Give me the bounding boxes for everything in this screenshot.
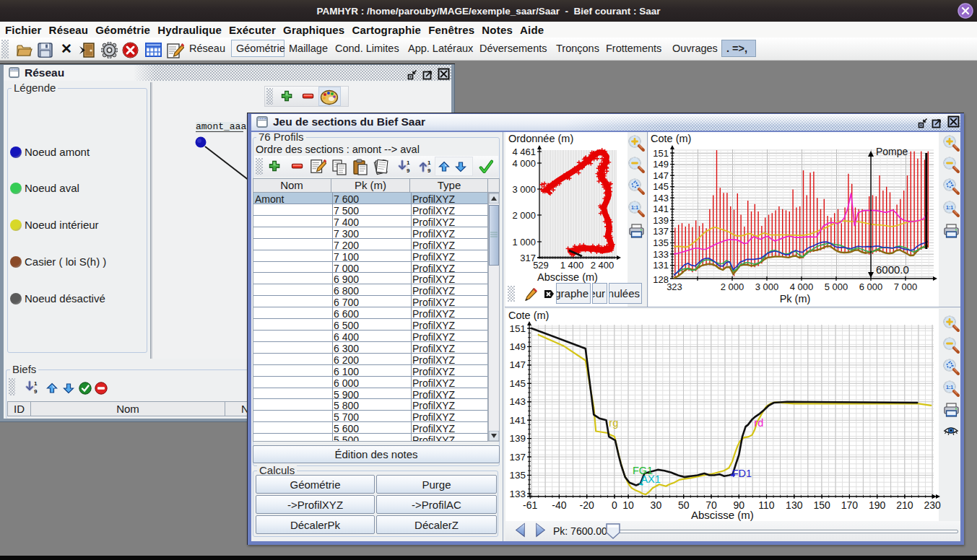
svg-text:210: 210: [896, 499, 913, 511]
svg-text:1:1: 1:1: [631, 205, 638, 210]
svg-text:-61: -61: [523, 499, 537, 511]
svg-text:147: 147: [653, 170, 669, 181]
svg-text:1:1: 1:1: [946, 205, 953, 210]
svg-text:rd: rd: [754, 417, 763, 429]
svg-text:10: 10: [622, 499, 634, 511]
svg-text:131: 131: [653, 260, 669, 271]
svg-text:3 000: 3 000: [512, 184, 536, 195]
svg-text:133: 133: [509, 489, 526, 499]
svg-text:Pompe: Pompe: [876, 146, 908, 157]
svg-text:230: 230: [924, 499, 942, 511]
svg-text:141: 141: [653, 204, 669, 214]
svg-text:141: 141: [509, 415, 526, 426]
svg-text:Pk (m): Pk (m): [780, 293, 811, 305]
svg-text:-40: -40: [552, 499, 566, 511]
svg-text:149: 149: [509, 341, 526, 352]
svg-text:5 000: 5 000: [825, 281, 848, 292]
svg-text:137: 137: [653, 226, 669, 237]
svg-text:Cote (m): Cote (m): [651, 133, 691, 144]
svg-text:4 461: 4 461: [512, 146, 536, 157]
svg-text:9: 9: [427, 167, 431, 173]
svg-text:151: 151: [653, 148, 669, 159]
svg-text:139: 139: [653, 215, 669, 226]
svg-text:4 000: 4 000: [790, 281, 814, 292]
svg-text:FD1: FD1: [732, 468, 752, 479]
svg-text:135: 135: [509, 470, 526, 481]
svg-text:Ordonnée (m): Ordonnée (m): [508, 133, 573, 144]
svg-text:170: 170: [841, 499, 859, 511]
svg-text:145: 145: [653, 181, 669, 192]
svg-text:323: 323: [666, 281, 682, 292]
svg-text:1:1: 1:1: [946, 385, 953, 390]
svg-text:9: 9: [34, 388, 38, 394]
svg-text:0: 0: [612, 499, 617, 511]
svg-text:Cote (m): Cote (m): [508, 310, 549, 321]
svg-text:2 000: 2 000: [721, 281, 744, 292]
svg-text:rg: rg: [609, 417, 618, 429]
svg-text:1 400: 1 400: [560, 260, 584, 271]
svg-text:143: 143: [653, 193, 669, 204]
svg-text:9: 9: [407, 167, 410, 173]
svg-text:50: 50: [678, 499, 690, 511]
svg-text:149: 149: [653, 159, 669, 170]
svg-text:147: 147: [509, 359, 526, 370]
svg-text:529: 529: [533, 260, 549, 271]
svg-text:3 000: 3 000: [755, 281, 779, 292]
svg-text:139: 139: [509, 433, 526, 444]
svg-text:2 000: 2 000: [512, 210, 536, 221]
svg-text:130: 130: [786, 499, 803, 511]
svg-text:4 000: 4 000: [512, 158, 536, 169]
svg-text:Abscisse (m): Abscisse (m): [691, 509, 754, 521]
svg-text:150: 150: [813, 499, 830, 511]
svg-text:133: 133: [653, 249, 669, 260]
svg-text:AX1: AX1: [641, 473, 660, 485]
svg-text:6000.0: 6000.0: [876, 263, 909, 276]
svg-text:6 000: 6 000: [859, 281, 883, 292]
svg-text:190: 190: [869, 499, 886, 511]
svg-text:135: 135: [653, 237, 669, 248]
svg-text:151: 151: [509, 323, 526, 334]
svg-text:145: 145: [509, 378, 526, 389]
svg-text:2 400: 2 400: [591, 260, 615, 271]
svg-text:7 000: 7 000: [894, 281, 918, 292]
svg-text:Abscisse (m): Abscisse (m): [537, 271, 598, 283]
svg-text:-20: -20: [580, 499, 594, 511]
svg-text:143: 143: [509, 396, 526, 407]
svg-text:110: 110: [758, 499, 775, 511]
svg-text:1 000: 1 000: [512, 237, 536, 248]
svg-text:30: 30: [651, 499, 662, 511]
svg-text:137: 137: [509, 452, 526, 463]
